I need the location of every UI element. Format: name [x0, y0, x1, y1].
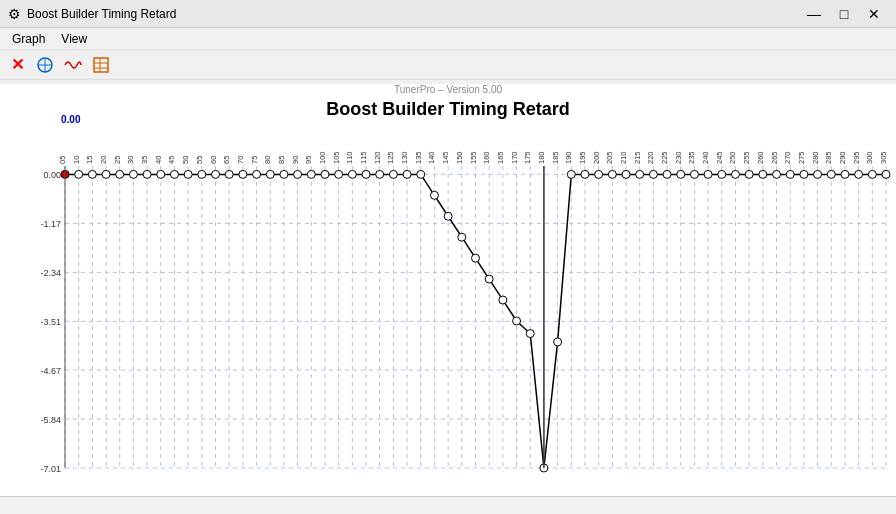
svg-text:230: 230: [674, 151, 683, 164]
svg-text:65: 65: [222, 156, 231, 164]
svg-point-189: [690, 170, 698, 178]
svg-text:40: 40: [154, 156, 163, 164]
svg-text:260: 260: [756, 151, 765, 164]
svg-point-174: [485, 275, 493, 283]
svg-point-194: [759, 170, 767, 178]
svg-text:210: 210: [619, 151, 628, 164]
svg-text:170: 170: [510, 151, 519, 164]
menu-graph[interactable]: Graph: [4, 30, 53, 48]
svg-point-157: [253, 170, 261, 178]
svg-point-156: [239, 170, 247, 178]
svg-point-150: [157, 170, 165, 178]
svg-point-192: [731, 170, 739, 178]
svg-point-167: [389, 170, 397, 178]
title-bar: ⚙ Boost Builder Timing Retard — □ ✕: [0, 0, 896, 28]
svg-point-193: [745, 170, 753, 178]
menu-view[interactable]: View: [53, 30, 95, 48]
svg-text:30: 30: [126, 156, 135, 164]
svg-text:125: 125: [386, 151, 395, 164]
svg-point-176: [513, 317, 521, 325]
svg-point-188: [677, 170, 685, 178]
svg-text:250: 250: [728, 151, 737, 164]
svg-point-177: [526, 330, 534, 338]
svg-text:120: 120: [373, 151, 382, 164]
svg-text:190: 190: [564, 151, 573, 164]
svg-text:-5.84: -5.84: [40, 415, 61, 425]
svg-text:200: 200: [592, 151, 601, 164]
table-tool-button[interactable]: [88, 53, 114, 77]
svg-point-182: [595, 170, 603, 178]
window-title: Boost Builder Timing Retard: [27, 7, 176, 21]
svg-text:50: 50: [181, 156, 190, 164]
svg-text:220: 220: [646, 151, 655, 164]
cursor-tool-button[interactable]: [32, 53, 58, 77]
svg-text:55: 55: [195, 156, 204, 164]
svg-point-152: [184, 170, 192, 178]
svg-text:115: 115: [359, 151, 368, 164]
svg-text:270: 270: [783, 151, 792, 164]
svg-text:95: 95: [304, 156, 313, 164]
svg-text:70: 70: [236, 156, 245, 164]
svg-text:160: 160: [482, 151, 491, 164]
toolbar: ✕: [0, 50, 896, 80]
svg-text:90: 90: [291, 156, 300, 164]
chart-svg: 0.00-1.17-2.34-3.51-4.67-5.84-7.01051015…: [65, 136, 886, 478]
svg-text:255: 255: [742, 151, 751, 164]
svg-point-202: [868, 170, 876, 178]
svg-point-162: [321, 170, 329, 178]
svg-point-184: [622, 170, 630, 178]
svg-point-169: [417, 170, 425, 178]
wave-tool-button[interactable]: [60, 53, 86, 77]
svg-point-165: [362, 170, 370, 178]
svg-text:110: 110: [345, 151, 354, 164]
svg-point-144: [75, 170, 83, 178]
svg-text:-1.17: -1.17: [40, 219, 61, 229]
svg-text:195: 195: [578, 151, 587, 164]
svg-text:175: 175: [523, 151, 532, 164]
svg-point-147: [116, 170, 124, 178]
svg-text:225: 225: [660, 151, 669, 164]
svg-text:45: 45: [167, 156, 176, 164]
tunerpro-label: TunerPro – Version 5.00: [0, 84, 896, 95]
app-icon: ⚙: [8, 6, 21, 22]
minimize-button[interactable]: —: [800, 3, 828, 25]
svg-point-170: [430, 191, 438, 199]
svg-point-145: [88, 170, 96, 178]
svg-point-154: [212, 170, 220, 178]
svg-point-186: [649, 170, 657, 178]
chart-container: TunerPro – Version 5.00 Boost Builder Ti…: [0, 84, 896, 514]
status-bar: [0, 496, 896, 514]
title-bar-left: ⚙ Boost Builder Timing Retard: [8, 6, 176, 22]
svg-point-179: [554, 338, 562, 346]
svg-text:-7.01: -7.01: [40, 464, 61, 474]
svg-text:130: 130: [400, 151, 409, 164]
svg-text:60: 60: [209, 156, 218, 164]
svg-point-168: [403, 170, 411, 178]
svg-text:-2.34: -2.34: [40, 268, 61, 278]
svg-text:85: 85: [277, 156, 286, 164]
close-button[interactable]: ✕: [860, 3, 888, 25]
svg-text:295: 295: [852, 151, 861, 164]
svg-point-191: [718, 170, 726, 178]
svg-text:155: 155: [469, 151, 478, 164]
svg-text:25: 25: [113, 156, 122, 164]
svg-text:300: 300: [865, 151, 874, 164]
svg-text:280: 280: [811, 151, 820, 164]
svg-text:265: 265: [770, 151, 779, 164]
svg-point-185: [636, 170, 644, 178]
svg-text:20: 20: [99, 156, 108, 164]
chart-title: Boost Builder Timing Retard: [0, 95, 896, 120]
close-tool-button[interactable]: ✕: [4, 53, 30, 77]
svg-text:165: 165: [496, 151, 505, 164]
title-bar-right: — □ ✕: [800, 3, 888, 25]
svg-point-203: [882, 170, 890, 178]
svg-point-161: [307, 170, 315, 178]
svg-point-195: [773, 170, 781, 178]
maximize-button[interactable]: □: [830, 3, 858, 25]
svg-point-197: [800, 170, 808, 178]
svg-text:185: 185: [551, 151, 560, 164]
svg-text:215: 215: [633, 151, 642, 164]
svg-point-158: [266, 170, 274, 178]
svg-text:240: 240: [701, 151, 710, 164]
svg-text:-3.51: -3.51: [40, 317, 61, 327]
